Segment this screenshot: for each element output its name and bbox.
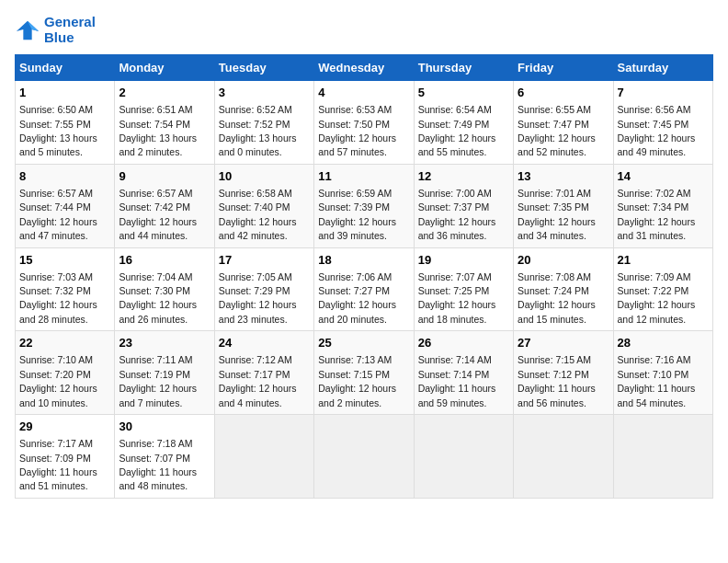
calendar-cell: 29 Sunrise: 7:17 AMSunset: 7:09 PMDaylig…	[16, 415, 115, 499]
day-info: Sunrise: 6:53 AMSunset: 7:50 PMDaylight:…	[318, 104, 396, 157]
day-info: Sunrise: 6:58 AMSunset: 7:40 PMDaylight:…	[219, 188, 297, 241]
day-info: Sunrise: 7:00 AMSunset: 7:37 PMDaylight:…	[418, 188, 496, 241]
day-info: Sunrise: 7:05 AMSunset: 7:29 PMDaylight:…	[219, 271, 297, 325]
day-info: Sunrise: 7:11 AMSunset: 7:19 PMDaylight:…	[119, 354, 197, 408]
weekday-header: Saturday	[613, 55, 712, 81]
day-info: Sunrise: 7:12 AMSunset: 7:17 PMDaylight:…	[219, 354, 297, 408]
calendar-cell: 14 Sunrise: 7:02 AMSunset: 7:34 PMDaylig…	[613, 164, 712, 247]
calendar-cell: 6 Sunrise: 6:55 AMSunset: 7:47 PMDayligh…	[514, 81, 613, 165]
day-number: 20	[518, 252, 609, 269]
day-info: Sunrise: 6:51 AMSunset: 7:54 PMDaylight:…	[119, 104, 197, 157]
day-number: 19	[418, 252, 509, 269]
calendar-cell: 8 Sunrise: 6:57 AMSunset: 7:44 PMDayligh…	[16, 164, 115, 247]
page-header: General Blue	[15, 15, 713, 45]
calendar-cell: 4 Sunrise: 6:53 AMSunset: 7:50 PMDayligh…	[314, 81, 414, 165]
calendar-cell: 19 Sunrise: 7:07 AMSunset: 7:25 PMDaylig…	[414, 247, 513, 331]
calendar-cell: 15 Sunrise: 7:03 AMSunset: 7:32 PMDaylig…	[16, 247, 115, 331]
day-number: 11	[318, 168, 409, 185]
day-number: 2	[119, 85, 210, 101]
day-info: Sunrise: 7:10 AMSunset: 7:20 PMDaylight:…	[19, 354, 97, 408]
day-number: 22	[19, 335, 110, 351]
weekday-header: Monday	[115, 55, 214, 81]
calendar-cell: 30 Sunrise: 7:18 AMSunset: 7:07 PMDaylig…	[115, 415, 214, 499]
calendar-cell: 25 Sunrise: 7:13 AMSunset: 7:15 PMDaylig…	[314, 331, 414, 415]
calendar-cell: 21 Sunrise: 7:09 AMSunset: 7:22 PMDaylig…	[613, 247, 712, 331]
day-info: Sunrise: 7:03 AMSunset: 7:32 PMDaylight:…	[19, 271, 97, 325]
day-number: 7	[618, 85, 709, 101]
day-info: Sunrise: 7:18 AMSunset: 7:07 PMDaylight:…	[119, 438, 197, 491]
calendar-week-row: 8 Sunrise: 6:57 AMSunset: 7:44 PMDayligh…	[16, 164, 713, 247]
calendar-cell: 24 Sunrise: 7:12 AMSunset: 7:17 PMDaylig…	[214, 331, 313, 415]
day-info: Sunrise: 7:15 AMSunset: 7:12 PMDaylight:…	[518, 354, 596, 408]
day-number: 29	[19, 419, 110, 435]
calendar-cell: 11 Sunrise: 6:59 AMSunset: 7:39 PMDaylig…	[314, 164, 414, 247]
day-info: Sunrise: 7:14 AMSunset: 7:14 PMDaylight:…	[418, 354, 496, 408]
day-number: 17	[219, 252, 310, 269]
day-info: Sunrise: 7:01 AMSunset: 7:35 PMDaylight:…	[518, 188, 596, 241]
day-number: 4	[318, 85, 409, 101]
logo: General Blue	[15, 15, 96, 45]
day-number: 15	[19, 252, 110, 269]
calendar-cell: 1 Sunrise: 6:50 AMSunset: 7:55 PMDayligh…	[16, 81, 115, 165]
logo-text: General Blue	[44, 15, 96, 45]
day-info: Sunrise: 7:08 AMSunset: 7:24 PMDaylight:…	[518, 271, 596, 325]
day-info: Sunrise: 7:17 AMSunset: 7:09 PMDaylight:…	[19, 438, 97, 491]
day-number: 18	[318, 252, 409, 269]
calendar-week-row: 22 Sunrise: 7:10 AMSunset: 7:20 PMDaylig…	[16, 331, 713, 415]
day-info: Sunrise: 6:55 AMSunset: 7:47 PMDaylight:…	[518, 104, 596, 157]
weekday-header: Tuesday	[214, 55, 313, 81]
day-number: 12	[418, 168, 509, 185]
day-number: 13	[518, 168, 609, 185]
day-info: Sunrise: 6:52 AMSunset: 7:52 PMDaylight:…	[219, 104, 297, 157]
calendar-cell: 10 Sunrise: 6:58 AMSunset: 7:40 PMDaylig…	[214, 164, 313, 247]
day-number: 6	[518, 85, 609, 101]
day-number: 26	[418, 335, 509, 351]
calendar-week-row: 15 Sunrise: 7:03 AMSunset: 7:32 PMDaylig…	[16, 247, 713, 331]
calendar-cell: 26 Sunrise: 7:14 AMSunset: 7:14 PMDaylig…	[414, 331, 513, 415]
day-number: 8	[19, 168, 110, 185]
weekday-header: Sunday	[16, 55, 115, 81]
calendar-cell: 18 Sunrise: 7:06 AMSunset: 7:27 PMDaylig…	[314, 247, 414, 331]
calendar-cell	[314, 415, 414, 499]
day-number: 30	[119, 419, 210, 435]
day-info: Sunrise: 6:57 AMSunset: 7:44 PMDaylight:…	[19, 188, 97, 241]
weekday-header: Wednesday	[314, 55, 414, 81]
day-number: 23	[119, 335, 210, 351]
calendar-cell	[514, 415, 613, 499]
calendar-cell	[214, 415, 313, 499]
calendar-cell: 2 Sunrise: 6:51 AMSunset: 7:54 PMDayligh…	[115, 81, 214, 165]
day-number: 24	[219, 335, 310, 351]
day-number: 5	[418, 85, 509, 101]
day-number: 3	[219, 85, 310, 101]
day-info: Sunrise: 7:04 AMSunset: 7:30 PMDaylight:…	[119, 271, 197, 325]
calendar-header-row: SundayMondayTuesdayWednesdayThursdayFrid…	[16, 55, 713, 81]
day-number: 21	[618, 252, 709, 269]
day-info: Sunrise: 6:50 AMSunset: 7:55 PMDaylight:…	[19, 104, 97, 157]
day-number: 25	[318, 335, 409, 351]
calendar-cell: 12 Sunrise: 7:00 AMSunset: 7:37 PMDaylig…	[414, 164, 513, 247]
day-info: Sunrise: 7:13 AMSunset: 7:15 PMDaylight:…	[318, 354, 396, 408]
day-number: 14	[618, 168, 709, 185]
calendar-cell: 23 Sunrise: 7:11 AMSunset: 7:19 PMDaylig…	[115, 331, 214, 415]
calendar-cell: 9 Sunrise: 6:57 AMSunset: 7:42 PMDayligh…	[115, 164, 214, 247]
calendar-cell: 20 Sunrise: 7:08 AMSunset: 7:24 PMDaylig…	[514, 247, 613, 331]
day-info: Sunrise: 6:56 AMSunset: 7:45 PMDaylight:…	[618, 104, 696, 157]
calendar-cell: 7 Sunrise: 6:56 AMSunset: 7:45 PMDayligh…	[613, 81, 712, 165]
day-info: Sunrise: 6:54 AMSunset: 7:49 PMDaylight:…	[418, 104, 496, 157]
calendar-cell: 3 Sunrise: 6:52 AMSunset: 7:52 PMDayligh…	[214, 81, 313, 165]
day-info: Sunrise: 6:59 AMSunset: 7:39 PMDaylight:…	[318, 188, 396, 241]
day-info: Sunrise: 7:07 AMSunset: 7:25 PMDaylight:…	[418, 271, 496, 325]
day-info: Sunrise: 7:06 AMSunset: 7:27 PMDaylight:…	[318, 271, 396, 325]
weekday-header: Thursday	[414, 55, 513, 81]
day-info: Sunrise: 6:57 AMSunset: 7:42 PMDaylight:…	[119, 188, 197, 241]
logo-icon	[15, 17, 40, 43]
calendar-week-row: 29 Sunrise: 7:17 AMSunset: 7:09 PMDaylig…	[16, 415, 713, 499]
day-number: 28	[618, 335, 709, 351]
day-number: 10	[219, 168, 310, 185]
calendar-cell	[613, 415, 712, 499]
calendar-cell: 22 Sunrise: 7:10 AMSunset: 7:20 PMDaylig…	[16, 331, 115, 415]
calendar-cell: 17 Sunrise: 7:05 AMSunset: 7:29 PMDaylig…	[214, 247, 313, 331]
calendar-cell: 28 Sunrise: 7:16 AMSunset: 7:10 PMDaylig…	[613, 331, 712, 415]
calendar-week-row: 1 Sunrise: 6:50 AMSunset: 7:55 PMDayligh…	[16, 81, 713, 165]
day-number: 16	[119, 252, 210, 269]
